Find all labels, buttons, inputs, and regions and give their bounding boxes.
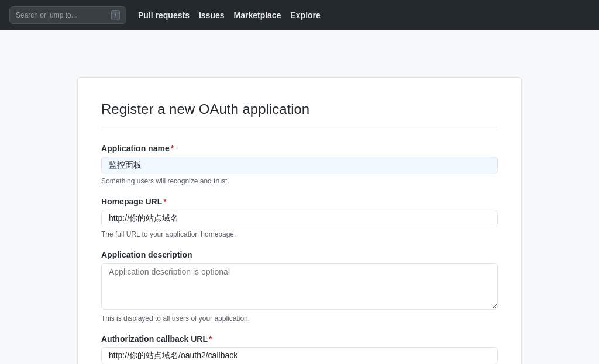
hint-app-name: Something users will recognize and trust…: [101, 177, 498, 185]
navbar: Search or jump to... / Pull requests Iss…: [0, 0, 599, 30]
input-app-name[interactable]: [101, 157, 498, 174]
label-app-name: Application name*: [101, 144, 498, 153]
label-callback-url: Authorization callback URL*: [101, 334, 498, 344]
nav-link-explore[interactable]: Explore: [290, 11, 320, 20]
nav-link-issues[interactable]: Issues: [199, 11, 225, 20]
form-container: Register a new OAuth application Applica…: [77, 77, 522, 364]
nav-link-pull-requests[interactable]: Pull requests: [138, 11, 190, 20]
input-callback-url[interactable]: [101, 347, 498, 364]
nav-links: Pull requests Issues Marketplace Explore: [138, 11, 321, 20]
label-homepage-url: Homepage URL*: [101, 197, 498, 206]
nav-link-marketplace[interactable]: Marketplace: [234, 11, 281, 20]
required-star-url: *: [163, 197, 166, 206]
search-box[interactable]: Search or jump to... /: [9, 6, 126, 24]
field-app-name: Application name* Something users will r…: [101, 144, 498, 185]
search-placeholder: Search or jump to...: [16, 11, 77, 19]
input-app-description[interactable]: [101, 263, 498, 310]
hint-homepage-url: The full URL to your application homepag…: [101, 230, 498, 238]
page-title: Register a new OAuth application: [101, 101, 498, 127]
input-homepage-url[interactable]: [101, 210, 498, 227]
slash-badge: /: [111, 10, 120, 20]
required-star-name: *: [171, 144, 174, 153]
field-app-description: Application description This is displaye…: [101, 250, 498, 323]
field-callback-url: Authorization callback URL* Your applica…: [101, 334, 498, 364]
field-homepage-url: Homepage URL* The full URL to your appli…: [101, 197, 498, 238]
hint-app-description: This is displayed to all users of your a…: [101, 314, 498, 323]
required-star-callback: *: [209, 334, 212, 344]
label-app-description: Application description: [101, 250, 498, 259]
